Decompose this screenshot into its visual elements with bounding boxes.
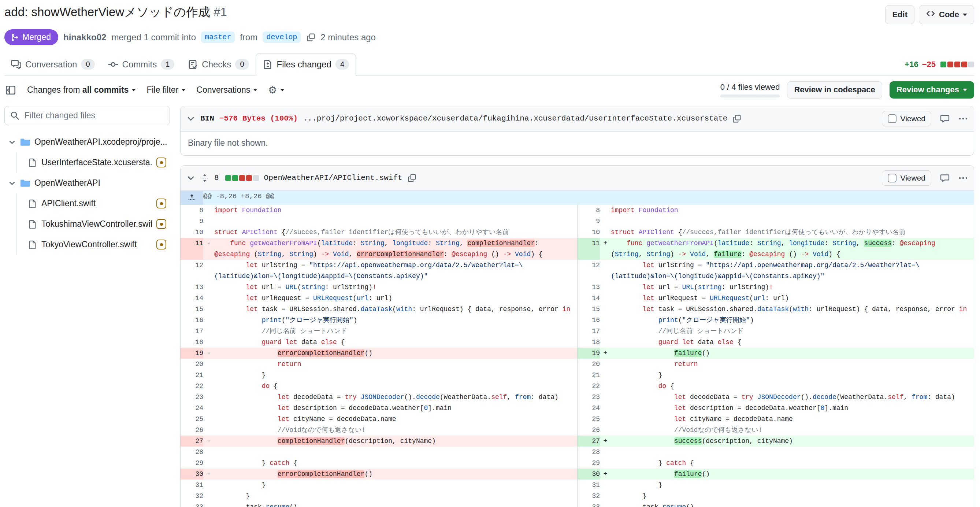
pr-author[interactable]: hinakko02: [64, 32, 106, 43]
filter-changed-files-input[interactable]: [24, 110, 164, 121]
old-line-number[interactable]: 10: [181, 227, 203, 238]
review-changes-button[interactable]: Review changes: [889, 81, 974, 98]
old-line-number[interactable]: 33: [181, 502, 203, 507]
new-line-number[interactable]: 8: [577, 205, 600, 216]
diff-row: 32 }32 }: [181, 491, 974, 502]
old-line-number[interactable]: 21: [181, 370, 203, 381]
viewed-checkbox[interactable]: [888, 114, 897, 123]
old-code-line: let url = URL(string: urlString)!: [214, 282, 577, 293]
viewed-checkbox[interactable]: [888, 174, 897, 182]
old-line-number[interactable]: 31: [181, 480, 203, 491]
diff-row: 8import Foundation8import Foundation: [181, 205, 974, 216]
old-line-number[interactable]: 23: [181, 392, 203, 403]
new-line-number[interactable]: 20: [577, 359, 600, 370]
kebab-menu-icon[interactable]: [958, 114, 968, 123]
chevron-down-icon[interactable]: [8, 138, 16, 146]
old-line-number[interactable]: 22: [181, 381, 203, 392]
chevron-down-icon[interactable]: [8, 179, 16, 187]
new-line-number[interactable]: 21: [577, 370, 600, 381]
new-line-number[interactable]: 31: [577, 480, 600, 491]
new-line-number[interactable]: 10: [577, 227, 600, 238]
old-line-number[interactable]: 27: [181, 435, 203, 446]
old-line-number[interactable]: 8: [181, 205, 203, 216]
old-line-number[interactable]: 15: [181, 304, 203, 315]
old-line-number[interactable]: 32: [181, 491, 203, 502]
new-line-number[interactable]: 17: [577, 326, 600, 336]
changes-from-dropdown[interactable]: Changes from all commits: [27, 85, 135, 95]
new-line-number[interactable]: 24: [577, 403, 600, 414]
new-line-number[interactable]: 13: [577, 282, 600, 293]
new-line-number[interactable]: 12: [577, 260, 600, 282]
conversations-dropdown[interactable]: Conversations: [196, 85, 257, 95]
old-line-number[interactable]: 11: [181, 238, 203, 260]
new-line-number[interactable]: 22: [577, 381, 600, 392]
new-line-number[interactable]: 27: [577, 435, 600, 446]
old-line-number[interactable]: 28: [181, 446, 203, 458]
kebab-menu-icon[interactable]: [958, 173, 968, 183]
old-line-number[interactable]: 24: [181, 403, 203, 414]
tree-folder-openweatherapi-xcodeproj-proje-[interactable]: OpenWeatherAPI.xcodeproj/proje...: [5, 132, 170, 152]
copy-path-icon[interactable]: [407, 174, 417, 182]
diffstat-block-gray: [253, 175, 259, 181]
tree-item-label: OpenWeatherAPI.xcodeproj/proje...: [34, 137, 167, 147]
new-line-number[interactable]: 26: [577, 424, 600, 435]
collapse-sidebar-button[interactable]: [5, 84, 16, 96]
diff-settings-dropdown[interactable]: ⚙: [268, 85, 284, 95]
new-code-line: guard let data else {: [611, 336, 974, 348]
tree-folder-openweatherapi[interactable]: OpenWeatherAPI: [5, 173, 170, 193]
new-line-number[interactable]: 16: [577, 315, 600, 326]
added-code-line: failure(): [611, 348, 974, 359]
file-filter-dropdown[interactable]: File filter: [146, 85, 185, 95]
old-line-number[interactable]: 26: [181, 424, 203, 435]
review-in-codespace-button[interactable]: Review in codespace: [787, 81, 882, 98]
tab-conversation[interactable]: Conversation 0: [5, 54, 102, 75]
tab-files-changed[interactable]: Files changed 4: [256, 53, 356, 75]
new-line-number[interactable]: 33: [577, 502, 600, 507]
new-line-number[interactable]: 32: [577, 491, 600, 502]
chevron-down-icon[interactable]: [186, 114, 195, 123]
new-line-number[interactable]: 9: [577, 216, 600, 227]
new-line-number[interactable]: 23: [577, 392, 600, 403]
viewed-toggle[interactable]: Viewed: [882, 111, 932, 126]
old-line-number[interactable]: 20: [181, 359, 203, 370]
new-line-number[interactable]: 15: [577, 304, 600, 315]
new-line-number[interactable]: 19: [577, 348, 600, 359]
old-line-number[interactable]: 16: [181, 315, 203, 326]
old-line-number[interactable]: 12: [181, 260, 203, 282]
tab-commits[interactable]: Commits 1: [102, 54, 181, 75]
expand-hunk-button[interactable]: [181, 191, 203, 205]
old-line-number[interactable]: 25: [181, 414, 203, 424]
new-line-number[interactable]: 18: [577, 336, 600, 348]
deletion-marker: -: [203, 348, 214, 359]
old-line-number[interactable]: 9: [181, 216, 203, 227]
comment-icon[interactable]: [940, 114, 950, 123]
old-line-number[interactable]: 29: [181, 458, 203, 469]
old-line-number[interactable]: 14: [181, 293, 203, 304]
old-line-number[interactable]: 30: [181, 469, 203, 480]
old-line-number[interactable]: 19: [181, 348, 203, 359]
edit-button[interactable]: Edit: [885, 5, 915, 24]
comment-icon[interactable]: [940, 173, 950, 183]
new-line-number[interactable]: 28: [577, 446, 600, 458]
new-line-number[interactable]: 25: [577, 414, 600, 424]
old-line-number[interactable]: 18: [181, 336, 203, 348]
new-line-number[interactable]: 29: [577, 458, 600, 469]
copy-branch-icon[interactable]: [307, 33, 315, 42]
tree-file-userinterfacestate-xcusersta-[interactable]: UserInterfaceState.xcusersta...: [5, 152, 170, 173]
old-line-number[interactable]: 13: [181, 282, 203, 293]
viewed-toggle[interactable]: Viewed: [882, 171, 932, 186]
copy-path-icon[interactable]: [732, 114, 741, 123]
chevron-down-icon[interactable]: [186, 174, 195, 182]
head-branch-chip[interactable]: develop: [262, 32, 301, 43]
new-line-number[interactable]: 30: [577, 469, 600, 480]
tree-file-tokyoviewcontroller-swift[interactable]: TokyoViewController.swift: [5, 234, 170, 255]
tree-file-apiclient-swift[interactable]: APIClient.swift: [5, 193, 170, 214]
new-line-number[interactable]: 11: [577, 238, 600, 260]
code-button[interactable]: Code: [919, 5, 974, 24]
base-branch-chip[interactable]: master: [201, 32, 235, 43]
new-line-number[interactable]: 14: [577, 293, 600, 304]
tree-file-tokushimaviewcontroller-swift[interactable]: TokushimaViewController.swift: [5, 214, 170, 234]
old-line-number[interactable]: 17: [181, 326, 203, 336]
tab-checks[interactable]: Checks 0: [181, 54, 255, 75]
drag-handle-icon[interactable]: [200, 174, 209, 182]
